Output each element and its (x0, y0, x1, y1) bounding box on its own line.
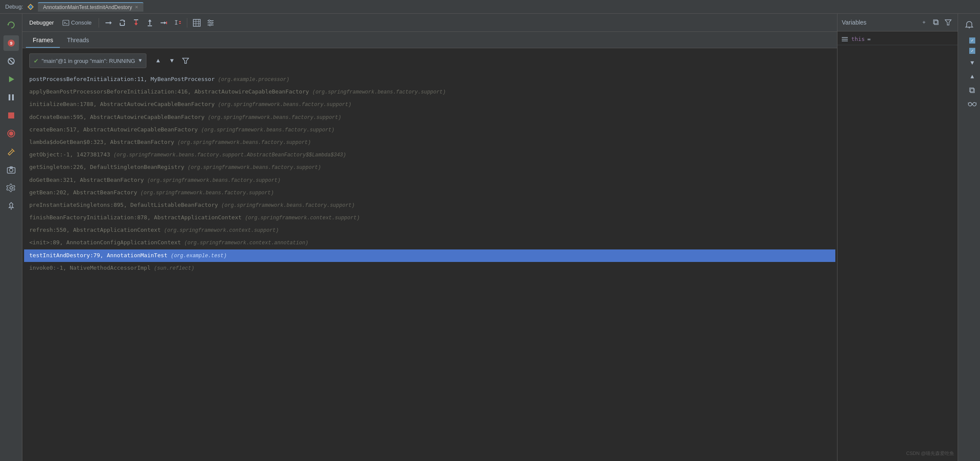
table-row[interactable]: doGetBean:321, AbstractBeanFactory (org.… (24, 174, 835, 187)
console-icon (62, 19, 69, 26)
tab-label: AnnotationMainTest.testInitAndDestory (43, 4, 132, 10)
pin-icon[interactable] (3, 198, 19, 214)
svg-point-60 (973, 103, 976, 106)
table-row[interactable]: refresh:550, AbstractApplicationContext … (24, 224, 835, 237)
settings-icon[interactable] (3, 180, 19, 196)
svg-text:I: I (174, 19, 178, 26)
variables-actions: + (919, 17, 953, 28)
notifications-icon[interactable] (961, 17, 977, 33)
debug-icon (27, 3, 34, 11)
sort-button[interactable]: ▼ (966, 57, 978, 69)
svg-point-15 (9, 168, 13, 172)
step-into-button[interactable] (130, 17, 142, 29)
checkbox-icon-2: ✓ (969, 48, 975, 54)
variable-equals: = (867, 36, 871, 42)
table-row[interactable]: postProcessBeforeInitialization:11, MyBe… (24, 73, 835, 86)
separator-2 (187, 18, 187, 28)
debug-toolbar: Debugger Console (22, 14, 837, 32)
console-label: Console (71, 19, 92, 26)
checkbox-1[interactable]: ✓ (966, 36, 978, 45)
title-bar: Debug: AnnotationMainTest.testInitAndDes… (0, 0, 980, 14)
thread-dropdown-chevron[interactable]: ▼ (139, 58, 142, 64)
svg-point-49 (209, 24, 211, 26)
table-row[interactable]: getObject:-1, 1427381743 (org.springfram… (24, 149, 835, 161)
table-row[interactable]: preInstantiateSingletons:895, DefaultLis… (24, 199, 835, 212)
rerun-icon[interactable] (3, 17, 19, 33)
tab-threads[interactable]: Threads (60, 33, 96, 48)
thread-check-icon: ✔ (34, 56, 38, 65)
svg-marker-7 (9, 76, 14, 82)
debug-label: Debug: (5, 3, 23, 10)
debug-panel: Debugger Console (22, 14, 837, 461)
table-row[interactable]: finishBeanFactoryInitialization:878, Abs… (24, 212, 835, 224)
table-row[interactable]: getBean:202, AbstractBeanFactory (org.sp… (24, 187, 835, 199)
variable-name: this (851, 36, 865, 42)
table-row[interactable]: invoke0:-1, NativeMethodAccessorImpl (su… (24, 262, 835, 274)
svg-line-63 (976, 103, 977, 103)
svg-rect-9 (12, 94, 14, 100)
copy-button[interactable] (966, 84, 978, 97)
filter-frames-button[interactable] (180, 55, 191, 66)
duplicate-icon[interactable] (931, 17, 941, 28)
svg-line-62 (968, 103, 968, 103)
table-row[interactable]: getSingleton:226, DefaultSingletonBeanRe… (24, 161, 835, 174)
view-as-table-button[interactable] (191, 17, 203, 29)
console-tab-button[interactable]: Console (59, 18, 95, 28)
debugger-tab-button[interactable]: Debugger (26, 18, 57, 28)
svg-marker-2 (7, 24, 9, 26)
svg-marker-50 (183, 58, 189, 63)
panel-action-buttons: ✓ ✓ ▼ ▲ (964, 34, 980, 112)
svg-rect-58 (970, 88, 974, 92)
watermark: CSDN @喵先森爱吃鱼 (906, 450, 954, 457)
filter-icon[interactable] (943, 17, 953, 28)
sort-up-button[interactable]: ▲ (966, 71, 978, 83)
svg-marker-53 (945, 20, 951, 25)
separator-1 (99, 18, 99, 28)
edit-icon[interactable] (3, 144, 19, 159)
step-over-button[interactable] (116, 17, 128, 29)
svg-rect-8 (9, 94, 10, 100)
table-row[interactable]: testInitAndDestory:79, AnnotationMainTes… (24, 249, 835, 262)
table-row[interactable]: <init>:89, AnnotationConfigApplicationCo… (24, 237, 835, 249)
mute-breakpoints-icon[interactable] (3, 53, 19, 69)
frame-up-button[interactable]: ▲ (152, 55, 164, 66)
checkbox-2[interactable]: ✓ (966, 47, 978, 55)
table-row[interactable]: lambda$doGetBean$0:323, AbstractBeanFact… (24, 136, 835, 149)
variable-this-row[interactable]: this = (837, 33, 958, 45)
show-execution-point-button[interactable] (102, 17, 115, 29)
svg-rect-52 (933, 20, 937, 24)
run-to-cursor-button[interactable] (158, 17, 170, 29)
camera-icon[interactable] (3, 162, 19, 178)
pause-icon[interactable] (3, 90, 19, 105)
svg-line-6 (9, 59, 14, 64)
svg-point-59 (968, 103, 972, 106)
watch-button[interactable] (966, 98, 978, 110)
table-row[interactable]: createBean:517, AbstractAutowireCapableB… (24, 124, 835, 136)
frame-down-button[interactable]: ▼ (166, 55, 177, 66)
table-row[interactable]: doCreateBean:595, AbstractAutowireCapabl… (24, 111, 835, 124)
tab-frames[interactable]: Frames (26, 33, 60, 48)
stack-frames-list: postProcessBeforeInitialization:11, MyBe… (22, 73, 837, 461)
svg-rect-39 (193, 19, 200, 26)
settings-button[interactable] (205, 17, 217, 29)
svg-marker-22 (110, 21, 112, 25)
tab-annotation-test[interactable]: AnnotationMainTest.testInitAndDestory ✕ (38, 2, 143, 12)
svg-point-47 (208, 20, 210, 22)
resume-icon[interactable] (3, 72, 19, 87)
stop-icon[interactable] (3, 108, 19, 123)
evaluate-expression-button[interactable]: I (171, 17, 183, 29)
thread-selector-row: ✔ "main"@1 in group "main": RUNNING ▼ ▲ … (22, 48, 837, 73)
svg-rect-57 (971, 89, 974, 93)
checkbox-icon-1: ✓ (969, 37, 975, 44)
breakpoints-icon[interactable]: 9 (3, 35, 19, 51)
close-tab-button[interactable]: ✕ (135, 5, 138, 9)
table-row[interactable]: initializeBean:1788, AbstractAutowireCap… (24, 98, 835, 111)
frames-panel: ✔ "main"@1 in group "main": RUNNING ▼ ▲ … (22, 48, 837, 461)
table-row[interactable]: applyBeanPostProcessorsBeforeInitializat… (24, 86, 835, 98)
thread-selector[interactable]: ✔ "main"@1 in group "main": RUNNING ▼ (29, 53, 146, 68)
svg-point-17 (10, 187, 12, 189)
svg-rect-10 (8, 112, 14, 118)
view-breakpoints-icon[interactable] (3, 126, 19, 141)
add-watch-button[interactable]: + (919, 17, 929, 28)
step-out-button[interactable] (144, 17, 156, 29)
